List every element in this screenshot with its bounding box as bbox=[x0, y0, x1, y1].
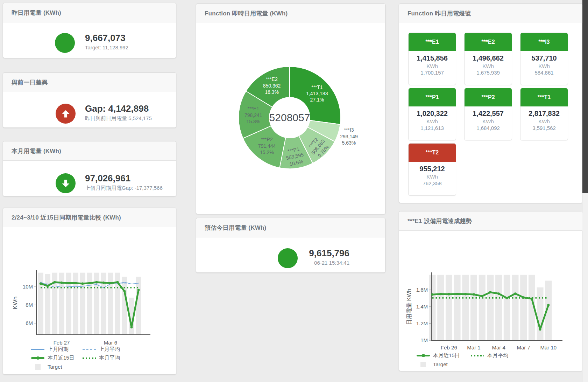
light-tile[interactable]: ***P11,020,322KWh1,121,613 bbox=[408, 88, 456, 140]
panel-header: 本月用電量 (KWh) bbox=[3, 141, 176, 161]
slice-name: ***P2 bbox=[258, 136, 276, 143]
legend-marker-icon bbox=[83, 349, 96, 350]
light-tile[interactable]: ***I3537,710KWh584,861 bbox=[520, 33, 568, 85]
light-tile-target: 1,675,939 bbox=[465, 70, 512, 76]
series-point bbox=[473, 293, 475, 296]
series-point bbox=[464, 293, 467, 296]
stat-block: 97,026,961 上個月同期用電Gap: -17,377,566 bbox=[85, 173, 163, 192]
light-tile-value: 1,020,322 bbox=[409, 110, 456, 118]
legend-marker-icon bbox=[31, 349, 44, 350]
slice-percent: 15.2% bbox=[258, 149, 276, 155]
legend-row: Target bbox=[31, 362, 134, 371]
panel-yesterday-usage: 昨日用電量 (KWh) 9,667,073 Target: 11,128,992 bbox=[3, 3, 176, 58]
slice-percent: 15.3% bbox=[245, 119, 262, 125]
status-circle-icon bbox=[55, 33, 75, 53]
light-tile[interactable]: ***T12,817,832KWh3,591,562 bbox=[520, 88, 568, 140]
stat-value: 9,667,073 bbox=[85, 33, 128, 43]
legend-item[interactable]: 上月平均 bbox=[83, 346, 134, 353]
series-point bbox=[47, 285, 49, 287]
light-tile-unit: KWh bbox=[409, 174, 456, 180]
arrow-up-icon bbox=[56, 104, 76, 124]
y-tick-label: 1.6M bbox=[416, 287, 428, 293]
light-tile-unit: KWh bbox=[409, 63, 456, 69]
legend-item[interactable]: 本月平均 bbox=[471, 352, 525, 359]
scrollbar-track[interactable] bbox=[582, 0, 588, 382]
stat-subtext: 昨日與前日用電量 5,524,175 bbox=[85, 115, 152, 122]
legend-row: 本月近15日本月平均 bbox=[417, 351, 525, 360]
panel-header: Function 即時日用電量 (KWh) bbox=[196, 4, 385, 23]
legend-item[interactable]: Target bbox=[417, 361, 471, 367]
y-tick-label: 10M bbox=[23, 284, 33, 290]
scrollbar-thumb[interactable] bbox=[582, 0, 588, 193]
donut-slice-label: ***T11,413,18327.1% bbox=[306, 84, 328, 103]
target-bar bbox=[462, 275, 469, 340]
x-tick-label: Mar 10 bbox=[540, 345, 557, 350]
series-point bbox=[448, 293, 450, 296]
x-tick-label: Feb 26 bbox=[441, 345, 457, 350]
series-point bbox=[95, 281, 98, 284]
x-tick-label: Mar 4 bbox=[492, 345, 505, 350]
light-tile-grid: ***E11,415,856KWh1,700,157***E21,496,662… bbox=[408, 33, 568, 196]
target-bar bbox=[520, 275, 527, 340]
series-point bbox=[68, 282, 70, 284]
legend-label: 本月平均 bbox=[487, 352, 508, 359]
light-tile-label: ***I3 bbox=[520, 33, 568, 51]
panel-month-usage: 本月用電量 (KWh) 97,026,961 上個月同期用電Gap: -17,3… bbox=[3, 141, 176, 196]
light-tile-value: 955,212 bbox=[409, 165, 456, 173]
y-tick-label: 1.2M bbox=[416, 320, 428, 326]
panel-title: 昨日用電量 (KWh) bbox=[12, 9, 61, 17]
stat-block: 9,615,796 06-21 15:34:41 bbox=[305, 248, 349, 266]
light-tile[interactable]: ***E21,496,662KWh1,675,939 bbox=[464, 33, 512, 85]
light-tile-value: 2,817,832 bbox=[520, 110, 568, 118]
light-tile-label: ***E2 bbox=[465, 33, 512, 51]
slice-value: 798,241 bbox=[245, 112, 262, 118]
y-tick-label: 8M bbox=[26, 302, 33, 308]
light-tile-unit: KWh bbox=[520, 63, 568, 69]
panel-title: ***E1 設備用電達成趨勢 bbox=[408, 217, 472, 225]
light-tile-value: 1,415,856 bbox=[409, 54, 456, 62]
series-point bbox=[54, 281, 56, 284]
legend-label: 本月平均 bbox=[99, 355, 120, 361]
light-tile-unit: KWh bbox=[409, 118, 456, 124]
target-bar bbox=[487, 275, 494, 340]
light-tile[interactable]: ***T2955,212KWh762,358 bbox=[408, 143, 456, 196]
legend-item[interactable]: 上月同期 bbox=[31, 346, 83, 353]
light-tile-target: 1,700,157 bbox=[409, 70, 456, 76]
slice-name: ***I3 bbox=[340, 127, 358, 133]
target-bar bbox=[537, 287, 544, 340]
series-point bbox=[137, 289, 140, 291]
slice-name: ***T1 bbox=[306, 84, 328, 90]
legend-item[interactable]: 本月平均 bbox=[83, 355, 134, 361]
light-tile-unit: KWh bbox=[520, 118, 568, 124]
target-bar bbox=[454, 275, 461, 340]
light-tile-value: 1,422,557 bbox=[465, 110, 512, 118]
series-point bbox=[130, 326, 133, 328]
donut-center-total: 5208057 bbox=[269, 112, 310, 124]
light-tile[interactable]: ***P21,422,557KWh1,684,092 bbox=[464, 88, 512, 140]
x-tick-label: Mar 7 bbox=[517, 345, 530, 350]
target-bar bbox=[504, 275, 510, 340]
panel-header: 預估今日用電量 (KWh) bbox=[196, 218, 385, 237]
light-tile-value: 1,496,662 bbox=[465, 54, 512, 62]
light-tile-target: 584,861 bbox=[520, 70, 568, 76]
legend-label: Target bbox=[433, 361, 448, 367]
panel-gap-prev-day: 與前一日差異 Gap: 4,142,898 昨日與前日用電量 5,524,175 bbox=[3, 72, 176, 128]
legend-item[interactable]: Target bbox=[31, 364, 83, 370]
light-tile[interactable]: ***E11,415,856KWh1,700,157 bbox=[408, 33, 456, 85]
stat-block: 9,667,073 Target: 11,128,992 bbox=[85, 33, 128, 50]
light-tile-label: ***P2 bbox=[465, 88, 512, 106]
legend-item[interactable]: 本月近15日 bbox=[417, 352, 471, 359]
donut-slice-label: ***E2850,36216.3% bbox=[263, 76, 281, 96]
series-point bbox=[539, 328, 541, 331]
legend-item[interactable]: 本月近15日 bbox=[31, 355, 83, 361]
slice-value: 791,444 bbox=[258, 143, 276, 149]
light-tile-unit: KWh bbox=[465, 63, 512, 69]
panel-header: 2/24~3/10 近15日同期用電量比較 (KWh) bbox=[3, 208, 176, 227]
target-bar bbox=[80, 273, 85, 335]
target-bar bbox=[512, 275, 519, 340]
series-point bbox=[514, 292, 517, 295]
slice-value: 850,362 bbox=[263, 83, 281, 89]
legend-label: Target bbox=[48, 364, 62, 370]
y-tick-label: 1.4M bbox=[416, 304, 428, 310]
slice-value: 1,413,183 bbox=[306, 90, 328, 97]
